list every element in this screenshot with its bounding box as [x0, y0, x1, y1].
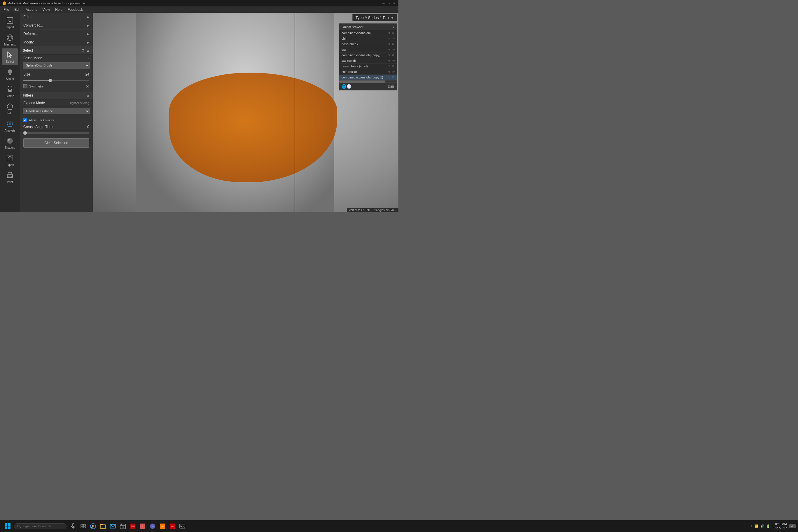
clear-selection-button[interactable]: Clear Selection: [23, 138, 89, 148]
ob-edit-icon-4[interactable]: ✎: [388, 54, 391, 57]
expand-mode-select[interactable]: Geodesic Distance Connected Normal: [23, 108, 90, 114]
ob-copy-icon[interactable]: ⧉: [387, 84, 391, 89]
ob-trash-icon[interactable]: 🗑: [391, 84, 395, 89]
ob-vis-icon-1[interactable]: 👁: [392, 37, 395, 40]
select-section-header: Select ⚙ ▲: [20, 47, 93, 55]
select-label: Select: [6, 60, 14, 63]
edit-arrow: ▶: [87, 16, 89, 19]
titlebar-controls[interactable]: ─ □ ✕: [381, 1, 396, 5]
ob-scrollbar-thumb[interactable]: [339, 80, 385, 82]
ob-vis-icon-2[interactable]: 👁: [392, 43, 395, 46]
size-value: 24: [86, 72, 89, 76]
menu-help[interactable]: Help: [53, 7, 65, 12]
ob-vis-icon-4[interactable]: 👁: [392, 54, 395, 57]
ob-edit-icon[interactable]: ✎: [388, 32, 391, 35]
menu-file[interactable]: File: [1, 7, 12, 12]
close-button[interactable]: ✕: [392, 1, 396, 5]
ob-edit-icon-7[interactable]: ✎: [388, 70, 391, 74]
panel-menu-convert[interactable]: Convert To... ▶: [20, 21, 93, 30]
tool-sculpt[interactable]: Sculpt: [2, 65, 18, 82]
menu-feedback[interactable]: Feedback: [65, 7, 86, 12]
select-collapse-icon[interactable]: ▲: [86, 49, 90, 53]
tool-import[interactable]: Import: [2, 14, 18, 31]
status-bar: vertices: 477691 triangles: 955416: [347, 208, 398, 212]
crease-angle-value: 0: [87, 125, 89, 129]
select-settings-icon[interactable]: ⚙: [81, 49, 84, 53]
filters-collapse-icon[interactable]: ▲: [86, 93, 90, 97]
brush-type-select[interactable]: SphereDisc Brush Surface Brush Geodesic …: [23, 62, 90, 69]
object-browser-close-icon[interactable]: ●: [393, 25, 395, 28]
ob-item-0[interactable]: combinedvscans.obj ✎ 👁: [339, 30, 397, 36]
symmetry-left: Symmetry: [23, 84, 44, 88]
ob-scrollbar[interactable]: [339, 80, 397, 82]
allow-back-faces-checkbox[interactable]: [23, 118, 27, 122]
ob-item-6[interactable]: nose-cheek (solid) ✎ 👁: [339, 63, 397, 69]
ob-edit-icon-6[interactable]: ✎: [388, 65, 391, 68]
tool-stamp[interactable]: Stamp: [2, 83, 18, 99]
ob-item-1[interactable]: chin ✎ 👁: [339, 36, 397, 41]
ob-item-4-name: combinedvscans.obj (copy): [342, 53, 388, 57]
ob-item-1-icons: ✎ 👁: [388, 37, 395, 40]
ob-world-icon[interactable]: 🌐: [342, 84, 346, 89]
panel-menu-modify[interactable]: Modify... ▶: [20, 38, 93, 47]
ob-item-5[interactable]: jaw (solid) ✎ 👁: [339, 58, 397, 63]
crease-angle-row: Crease Angle Thres 0: [20, 124, 93, 131]
import-label: Import: [6, 26, 14, 29]
print-icon: [5, 171, 15, 180]
ob-item-7-icons: ✎ 👁: [388, 70, 395, 74]
minimize-button[interactable]: ─: [381, 1, 385, 5]
crease-slider-thumb[interactable]: [23, 131, 27, 135]
expand-mode-row: Expand Mode right-click-drag: [20, 99, 93, 107]
panel-menu-deform[interactable]: Deform... ▶: [20, 30, 93, 38]
menu-actions[interactable]: Actions: [23, 7, 39, 12]
ob-vis-icon-8[interactable]: 👁: [392, 76, 395, 79]
printer-dropdown-arrow[interactable]: ▼: [391, 16, 394, 20]
stamp-label: Stamp: [6, 95, 14, 98]
ob-edit-icon-8[interactable]: ✎: [388, 76, 391, 79]
ob-item-6-name: nose-cheek (solid): [342, 64, 388, 68]
menu-view[interactable]: View: [40, 7, 52, 12]
ob-edit-icon-2[interactable]: ✎: [388, 43, 391, 46]
tool-print[interactable]: Print: [2, 169, 18, 186]
ob-vis-icon-5[interactable]: 👁: [392, 59, 395, 62]
ob-item-4[interactable]: combinedvscans.obj (copy) ✎ 👁: [339, 53, 397, 58]
brush-type-container: SphereDisc Brush Surface Brush Geodesic …: [20, 61, 93, 70]
ob-edit-icon-1[interactable]: ✎: [388, 37, 391, 40]
size-slider-track[interactable]: [23, 80, 89, 81]
viewport[interactable]: Type A Series 1 Pro ▼ Object Browser ● c…: [93, 13, 398, 212]
ob-item-3[interactable]: jaw ✎ 👁: [339, 47, 397, 53]
maximize-button[interactable]: □: [387, 1, 391, 5]
ob-vis-icon-6[interactable]: 👁: [392, 65, 395, 68]
symmetry-checkbox-box[interactable]: [23, 84, 27, 88]
tool-select[interactable]: Select: [2, 49, 18, 65]
tool-edit[interactable]: Edit: [2, 100, 18, 117]
ob-vis-icon-3[interactable]: 👁: [392, 48, 395, 51]
edit-icon: [5, 102, 15, 111]
tool-export[interactable]: Export: [2, 152, 18, 168]
ob-clock-icon[interactable]: 🕐: [346, 84, 352, 89]
menu-edit[interactable]: Edit: [12, 7, 23, 12]
ob-item-8[interactable]: combinedvscans.obj (copy 1) ✎ 👁: [339, 75, 397, 80]
panel-menu-edit[interactable]: Edit... ▶: [20, 13, 93, 21]
ob-vis-icon[interactable]: 👁: [392, 32, 395, 35]
ob-item-4-icons: ✎ 👁: [388, 54, 395, 57]
ob-edit-icon-3[interactable]: ✎: [388, 48, 391, 51]
brush-mode-row: Brush Mode ◦: [20, 55, 93, 61]
modify-arrow: ▶: [87, 41, 89, 44]
ob-item-7[interactable]: chin (solid) ✎ 👁: [339, 69, 397, 75]
symmetry-clear-icon[interactable]: ✕: [86, 84, 89, 89]
ob-item-5-icons: ✎ 👁: [388, 59, 395, 62]
convert-arrow: ▶: [87, 24, 89, 27]
expand-mode-hint: right-click-drag: [70, 101, 89, 105]
ob-item-2[interactable]: nose-cheek ✎ 👁: [339, 41, 397, 47]
tool-analysis[interactable]: Analysis: [2, 117, 18, 134]
titlebar-title: Autodesk Meshmixer - veronica base for d…: [8, 1, 86, 5]
export-label: Export: [6, 163, 14, 167]
size-slider-thumb[interactable]: [49, 79, 52, 82]
tool-shaders[interactable]: Shaders: [2, 134, 18, 151]
stamp-icon: [5, 84, 15, 94]
ob-vis-icon-7[interactable]: 👁: [392, 70, 395, 74]
tool-meshmix[interactable]: Meshmix: [2, 31, 18, 48]
ob-edit-icon-5[interactable]: ✎: [388, 59, 391, 62]
crease-slider-track[interactable]: [23, 132, 89, 134]
